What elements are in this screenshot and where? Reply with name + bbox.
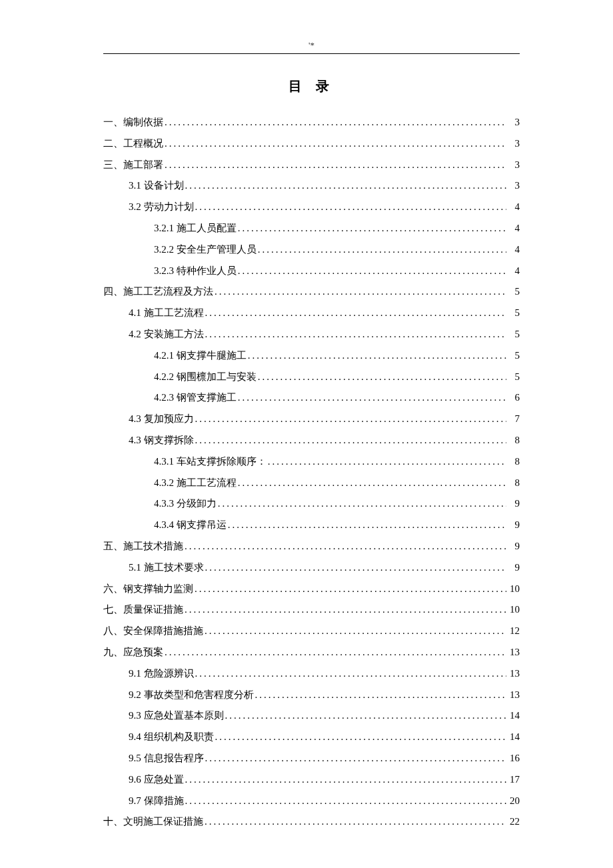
toc-dots xyxy=(257,367,506,388)
toc-entry: 4.3 钢支撑拆除 8 xyxy=(103,430,520,451)
toc-entry-label: 4.3 钢支撑拆除 xyxy=(129,430,194,451)
toc-entry-label: 九、应急预案 xyxy=(103,642,163,663)
toc-entry-page: 8 xyxy=(506,473,520,494)
toc-entry-page: 5 xyxy=(506,303,520,324)
toc-dots xyxy=(237,387,506,409)
toc-entry-page: 3 xyxy=(506,175,520,197)
toc-dots xyxy=(183,599,506,621)
toc-entry-label: 4.3.4 钢支撑吊运 xyxy=(154,515,227,536)
toc-dots xyxy=(254,685,507,706)
toc-entry-page: 14 xyxy=(506,727,520,748)
toc-dots xyxy=(194,409,507,430)
toc-entry-label: 3.1 设备计划 xyxy=(129,175,184,197)
toc-entry-label: 5.1 施工技术要求 xyxy=(129,557,204,579)
toc-entry-page: 4 xyxy=(506,197,520,218)
toc-entry-label: 五、施工技术措施 xyxy=(103,536,183,557)
toc-entry-label: 4.3.3 分级卸力 xyxy=(154,493,217,515)
toc-entry-label: 三、施工部署 xyxy=(103,155,163,176)
toc-entry: 9.1 危险源辨识 13 xyxy=(103,663,520,685)
toc-entry: 9.5 信息报告程序 16 xyxy=(103,748,520,769)
toc-entry-page: 12 xyxy=(506,621,520,642)
toc-entry-label: 4.3.2 施工工艺流程 xyxy=(154,473,237,494)
toc-entry: 4.3.1 车站支撑拆除顺序： 8 xyxy=(103,451,520,473)
toc-entry-page: 3 xyxy=(506,155,520,176)
toc-entry-label: 十、文明施工保证措施 xyxy=(103,811,203,833)
toc-entry: 六、钢支撑轴力监测 10 xyxy=(103,579,520,600)
toc-entry-label: 3.2.1 施工人员配置 xyxy=(154,218,237,239)
toc-entry-page: 5 xyxy=(506,367,520,388)
toc-dots xyxy=(184,175,507,197)
toc-entry: 3.1 设备计划 3 xyxy=(103,175,520,197)
toc-entry-page: 9 xyxy=(506,515,520,536)
toc-entry-page: 16 xyxy=(506,748,520,769)
toc-entry: 4.3 复加预应力 7 xyxy=(103,409,520,430)
toc-dots xyxy=(163,155,506,176)
toc-dots xyxy=(184,769,507,791)
toc-dots xyxy=(203,621,506,642)
toc-entry-label: 4.1 施工工艺流程 xyxy=(129,303,204,324)
toc-entry-label: 4.3 复加预应力 xyxy=(129,409,194,430)
toc-dots xyxy=(237,261,506,282)
toc-entry: 4.2 安装施工方法 5 xyxy=(103,324,520,345)
toc-entry-page: 4 xyxy=(506,239,520,261)
toc-list: 一、编制依据3二、工程概况3三、施工部署33.1 设备计划 33.2 劳动力计划… xyxy=(103,112,520,833)
toc-entry: 5.1 施工技术要求 9 xyxy=(103,557,520,579)
toc-entry-label: 3.2 劳动力计划 xyxy=(129,197,194,218)
toc-dots xyxy=(214,727,507,748)
toc-entry: 4.3.3 分级卸力 9 xyxy=(103,493,520,515)
toc-entry-page: 4 xyxy=(506,261,520,282)
toc-entry-label: 9.3 应急处置基本原则 xyxy=(129,705,224,727)
toc-dots xyxy=(203,811,506,833)
toc-dots xyxy=(193,579,506,600)
header-mark: '* xyxy=(103,40,520,51)
toc-entry: 十、文明施工保证措施22 xyxy=(103,811,520,833)
toc-dots xyxy=(204,557,507,579)
toc-entry: 3.2 劳动力计划 4 xyxy=(103,197,520,218)
toc-entry: 一、编制依据3 xyxy=(103,112,520,133)
toc-entry-page: 5 xyxy=(506,281,520,303)
toc-entry: 4.1 施工工艺流程 5 xyxy=(103,303,520,324)
toc-entry-page: 13 xyxy=(506,663,520,685)
toc-dots xyxy=(194,663,507,685)
toc-entry-label: 4.2.2 钢围檩加工与安装 xyxy=(154,367,257,388)
toc-title: 目 录 xyxy=(103,77,520,95)
toc-entry-page: 22 xyxy=(506,811,520,833)
toc-entry-label: 9.2 事故类型和危害程度分析 xyxy=(129,685,254,706)
toc-entry-page: 17 xyxy=(506,769,520,791)
toc-entry-page: 7 xyxy=(506,409,520,430)
toc-entry: 9.2 事故类型和危害程度分析 13 xyxy=(103,685,520,706)
toc-entry-page: 20 xyxy=(506,791,520,812)
toc-entry-page: 3 xyxy=(506,133,520,155)
toc-entry: 4.2.2 钢围檩加工与安装 5 xyxy=(103,367,520,388)
toc-entry: 八、安全保障措施措施12 xyxy=(103,621,520,642)
toc-entry-label: 二、工程概况 xyxy=(103,133,163,155)
toc-entry-label: 七、质量保证措施 xyxy=(103,599,183,621)
toc-dots xyxy=(267,451,506,473)
toc-entry-page: 9 xyxy=(506,493,520,515)
toc-dots xyxy=(194,430,507,451)
toc-entry: 3.2.3 特种作业人员 4 xyxy=(103,261,520,282)
toc-entry-label: 9.7 保障措施 xyxy=(129,791,184,812)
toc-dots xyxy=(227,515,506,536)
toc-entry: 9.4 组织机构及职责 14 xyxy=(103,727,520,748)
toc-dots xyxy=(194,197,507,218)
toc-entry: 七、质量保证措施10 xyxy=(103,599,520,621)
toc-entry: 3.2.1 施工人员配置 4 xyxy=(103,218,520,239)
toc-dots xyxy=(213,281,506,303)
toc-entry-label: 一、编制依据 xyxy=(103,112,163,133)
toc-entry: 九、应急预案13 xyxy=(103,642,520,663)
toc-entry-label: 六、钢支撑轴力监测 xyxy=(103,579,193,600)
document-page: '* 目 录 一、编制依据3二、工程概况3三、施工部署33.1 设备计划 33.… xyxy=(0,0,613,868)
toc-dots xyxy=(204,324,507,345)
toc-entry: 4.2.3 钢管支撑施工 6 xyxy=(103,387,520,409)
toc-dots xyxy=(163,133,506,155)
toc-entry-page: 8 xyxy=(506,451,520,473)
toc-entry-label: 4.2.1 钢支撑牛腿施工 xyxy=(154,345,247,367)
toc-entry-label: 4.2.3 钢管支撑施工 xyxy=(154,387,237,409)
toc-entry-page: 13 xyxy=(506,642,520,663)
toc-entry: 9.7 保障措施 20 xyxy=(103,791,520,812)
header-rule xyxy=(103,53,520,54)
toc-entry-page: 6 xyxy=(506,387,520,409)
toc-entry: 4.3.2 施工工艺流程 8 xyxy=(103,473,520,494)
toc-entry-page: 9 xyxy=(506,557,520,579)
